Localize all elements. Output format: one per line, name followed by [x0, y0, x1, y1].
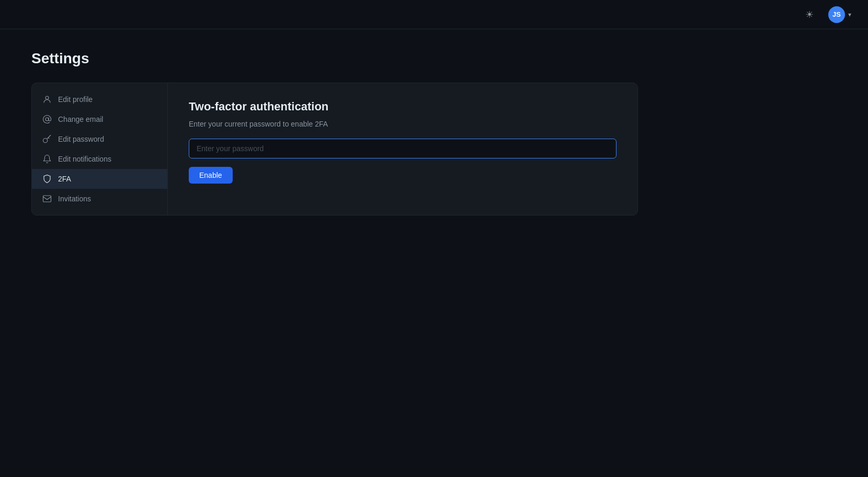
svg-rect-3	[43, 196, 51, 202]
at-sign-icon	[42, 115, 52, 124]
settings-card: Edit profile Change email	[31, 83, 638, 215]
sidebar-item-edit-profile[interactable]: Edit profile	[32, 89, 167, 109]
key-icon	[42, 134, 52, 144]
section-title: Two-factor authentication	[189, 100, 616, 113]
sidebar-item-invitations[interactable]: Invitations	[32, 189, 167, 209]
shield-icon	[42, 174, 52, 184]
sidebar-item-change-email[interactable]: Change email	[32, 109, 167, 129]
mail-icon	[42, 194, 52, 203]
sidebar-item-label: Change email	[58, 115, 103, 123]
avatar: JS	[828, 6, 845, 23]
page-title: Settings	[31, 50, 837, 67]
password-input[interactable]	[189, 139, 616, 158]
sidebar-item-2fa[interactable]: 2FA	[32, 169, 167, 189]
sidebar-item-edit-password[interactable]: Edit password	[32, 129, 167, 149]
sidebar-item-label: Edit profile	[58, 95, 93, 104]
sidebar-item-label: Edit password	[58, 135, 104, 143]
page-content: Settings Edit profile	[0, 29, 868, 236]
theme-toggle-button[interactable]: ☀	[801, 6, 818, 23]
svg-point-1	[45, 118, 49, 121]
user-icon	[42, 95, 52, 104]
section-subtitle: Enter your current password to enable 2F…	[189, 120, 616, 128]
main-content-area: Two-factor authentication Enter your cur…	[168, 83, 637, 215]
user-menu-button[interactable]: JS ▾	[824, 4, 855, 25]
topbar: ☀ JS ▾	[0, 0, 868, 29]
svg-point-0	[45, 96, 49, 99]
bell-icon	[42, 154, 52, 164]
sidebar-item-label: Invitations	[58, 195, 91, 203]
settings-sidebar: Edit profile Change email	[32, 83, 168, 215]
sun-icon: ☀	[805, 9, 814, 20]
enable-button[interactable]: Enable	[189, 167, 233, 184]
sidebar-item-edit-notifications[interactable]: Edit notifications	[32, 149, 167, 169]
sidebar-item-label: Edit notifications	[58, 155, 111, 163]
chevron-down-icon: ▾	[848, 11, 851, 18]
sidebar-item-label: 2FA	[58, 175, 71, 183]
